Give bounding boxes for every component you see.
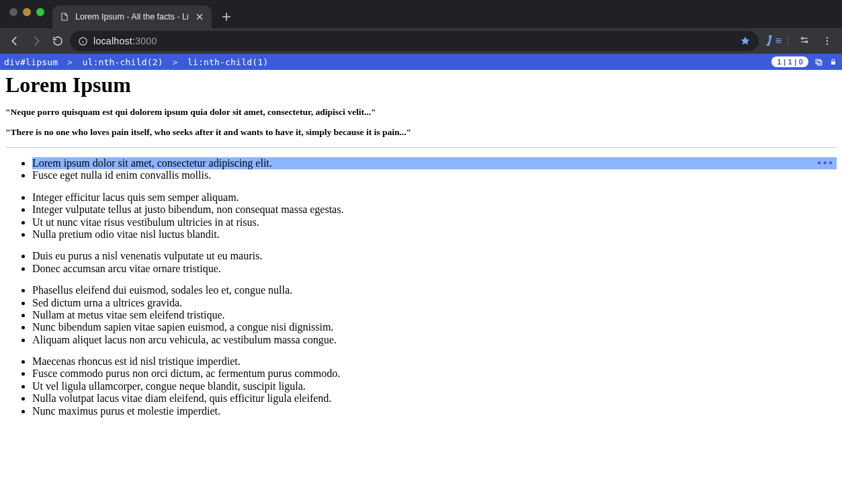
- list-4: Phasellus eleifend dui euismod, sodales …: [5, 284, 837, 346]
- list-item: Fusce eget nulla id enim convallis molli…: [32, 169, 837, 181]
- list-item: Sed dictum urna a ultrices gravida.: [32, 297, 837, 309]
- selected-text: Lorem ipsum dolor sit amet, consectetur …: [32, 157, 837, 169]
- svg-rect-9: [816, 59, 820, 64]
- list-item: Donec accumsan arcu vitae ornare tristiq…: [32, 263, 837, 275]
- url-text: localhost:3000: [93, 36, 157, 46]
- list-item: Integer efficitur lacus quis sem semper …: [32, 192, 837, 204]
- reload-button[interactable]: [48, 32, 67, 50]
- crumb-2[interactable]: ul:nth-child(2): [82, 57, 163, 67]
- media-controls-icon[interactable]: [795, 32, 814, 50]
- kebab-menu-icon[interactable]: [818, 32, 837, 50]
- back-button[interactable]: [5, 32, 24, 50]
- page-title: Lorem Ipsum: [5, 73, 837, 97]
- list-item: Ut ut nunc vitae risus vestibulum ultric…: [32, 216, 837, 228]
- crumb-sep: >: [67, 57, 73, 67]
- page-icon: [59, 11, 70, 22]
- browser-tab[interactable]: Lorem Ipsum - All the facts - Li: [52, 5, 212, 28]
- subtitle-english: "There is no one who loves pain itself, …: [5, 127, 837, 138]
- list-item: Nunc bibendum sapien vitae sapien euismo…: [32, 321, 837, 333]
- crumb-sep: >: [173, 57, 178, 67]
- list-item: Aliquam aliquet lacus non arcu vehicula,…: [32, 334, 837, 346]
- browser-toolbar: localhost:3000 】≡: [0, 28, 842, 54]
- list-1: Lorem ipsum dolor sit amet, consectetur …: [5, 157, 837, 182]
- svg-rect-8: [817, 60, 822, 65]
- window-maximize-dot[interactable]: [36, 8, 44, 16]
- page-content: Lorem Ipsum "Neque porro quisquam est qu…: [0, 70, 842, 432]
- list-item: Nulla volutpat lacus vitae diam eleifend…: [32, 392, 837, 405]
- copy-icon[interactable]: [814, 57, 823, 67]
- extension-icon[interactable]: 】≡: [765, 34, 781, 48]
- selection-count-badge: 1 | 1 | 0: [771, 56, 808, 67]
- forward-button[interactable]: [27, 32, 46, 50]
- toolbar-separator: [788, 35, 788, 47]
- new-tab-button[interactable]: [217, 7, 236, 26]
- selector-path: div#lipsum > ul:nth-child(2) > li:nth-ch…: [4, 57, 268, 67]
- window-controls: [5, 0, 48, 28]
- crumb-1[interactable]: div#lipsum: [4, 57, 58, 67]
- list-item: Fusce commodo purus non orci dictum, ac …: [32, 368, 837, 380]
- svg-point-5: [827, 37, 828, 38]
- url-host: localhost:: [93, 36, 135, 46]
- tab-strip: Lorem Ipsum - All the facts - Li: [0, 0, 842, 28]
- svg-rect-10: [831, 62, 835, 65]
- window-close-dot[interactable]: [9, 8, 17, 16]
- list-item: Phasellus eleifend dui euismod, sodales …: [32, 284, 837, 296]
- list-item: Maecenas rhoncus est id nisl tristique i…: [32, 355, 837, 368]
- bookmark-star-icon[interactable]: [740, 36, 751, 46]
- svg-point-4: [806, 41, 808, 43]
- divider: [5, 147, 837, 148]
- crumb-3[interactable]: li:nth-child(1): [187, 57, 268, 67]
- list-3: Duis eu purus a nisl venenatis vulputate…: [5, 250, 837, 275]
- url-port: 3000: [135, 36, 157, 46]
- svg-point-7: [827, 43, 828, 44]
- browser-chrome: Lorem Ipsum - All the facts - Li localho…: [0, 0, 842, 54]
- list-item: Nullam at metus vitae sem eleifend trist…: [32, 309, 837, 321]
- breadcrumb-tools: 1 | 1 | 0: [771, 56, 838, 67]
- subtitle-latin: "Neque porro quisquam est qui dolorem ip…: [5, 107, 837, 118]
- list-item: Duis eu purus a nisl venenatis vulputate…: [32, 250, 837, 262]
- list-item: Integer vulputate tellus at justo bibend…: [32, 204, 837, 216]
- selector-breadcrumb-bar[interactable]: div#lipsum > ul:nth-child(2) > li:nth-ch…: [0, 54, 842, 70]
- site-info-icon[interactable]: [78, 36, 88, 46]
- list-item[interactable]: Lorem ipsum dolor sit amet, consectetur …: [32, 157, 837, 169]
- list-item: Nunc maximus purus et molestie imperdiet…: [32, 405, 837, 417]
- address-bar[interactable]: localhost:3000: [70, 31, 759, 51]
- tab-close-icon[interactable]: [194, 11, 205, 22]
- ellipsis-icon[interactable]: •••: [817, 157, 834, 169]
- svg-point-3: [801, 38, 803, 40]
- svg-point-6: [827, 40, 828, 42]
- list-2: Integer efficitur lacus quis sem semper …: [5, 192, 837, 241]
- list-item: Ut vel ligula ullamcorper, congue neque …: [32, 380, 837, 392]
- tab-title: Lorem Ipsum - All the facts - Li: [75, 12, 189, 22]
- window-minimize-dot[interactable]: [23, 8, 31, 16]
- toolbar-right: 】≡: [761, 32, 837, 50]
- list-5: Maecenas rhoncus est id nisl tristique i…: [5, 355, 837, 417]
- list-item: Nulla pretium odio vitae nisl luctus bla…: [32, 228, 837, 241]
- lock-icon[interactable]: [829, 57, 838, 67]
